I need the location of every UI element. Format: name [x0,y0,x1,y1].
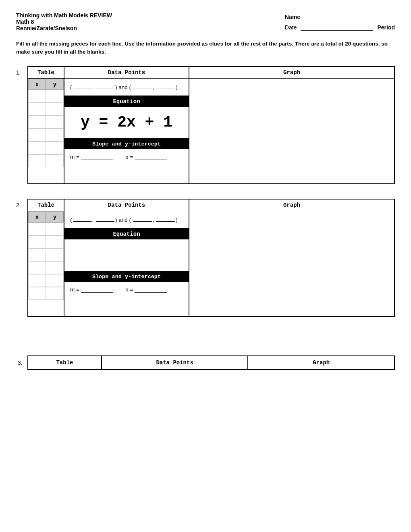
table-row [28,261,64,274]
problem-2-graph-label: Graph [189,200,394,211]
problem-2-box: Table x y Data Points (, ) and ( , [27,199,395,317]
table-cell[interactable] [28,287,46,300]
problem-2-graph-section: Graph [189,200,394,316]
table-cell[interactable] [28,129,46,141]
name-line: Name [285,14,395,20]
problem-1-data-points-label: Data Points [64,67,189,79]
dp1-y2[interactable] [156,83,175,89]
problem-1-number: 1. [16,69,24,76]
table-cell[interactable] [46,116,64,129]
dp1-x2[interactable] [133,83,152,89]
problem-3-data-points-label: Data Points [102,356,249,369]
period-label: Period [377,24,395,31]
problem-1-box: Table x y Data Points (, ) and ( , [27,66,395,184]
dp2-y1[interactable] [96,216,114,222]
dp2-x1[interactable] [73,216,91,222]
problem-1-b-field: b = [125,154,167,160]
title-line1: Thinking with Math Models REVIEW [16,12,112,19]
table-cell[interactable] [28,235,46,248]
table-cell[interactable] [46,129,64,141]
dp1-y1[interactable] [96,83,114,89]
problem-1-b-label: b = [125,154,133,160]
table-row [28,154,64,167]
problem-2-y-header: y [46,211,64,222]
problem-1-slope-label: Slope and y-intercept [64,139,189,149]
problem-1-middle: Data Points (, ) and ( , ) Equation y = … [64,67,189,183]
table-row [28,90,64,103]
table-cell[interactable] [46,235,64,248]
problem-3-box: Table Data Points Graph [27,355,395,370]
table-cell[interactable] [46,90,64,103]
problem-2-b-input[interactable] [135,287,167,293]
table-row [28,222,64,235]
table-cell[interactable] [46,154,64,167]
table-cell[interactable] [46,222,64,235]
table-cell[interactable] [28,222,46,235]
problem-1-equation-text: y = 2x + 1 [81,114,172,131]
table-row [28,141,64,154]
name-field[interactable] [303,14,383,20]
table-cell[interactable] [28,261,46,274]
problem-1-equation-content: y = 2x + 1 [64,107,189,139]
problem-2-graph-area[interactable] [189,211,394,316]
problem-2-b-field: b = [125,287,167,293]
date-field[interactable] [301,24,373,31]
problem-2-middle: Data Points (, ) and ( , ) Equation Slop… [64,200,189,316]
problem-2-table-section: Table x y [28,200,64,316]
table-cell[interactable] [28,103,46,116]
table-row [28,287,64,300]
title-line3: Rennie/Zarate/Snelson [16,25,112,31]
problem-1-extra-space [64,165,189,183]
header-divider [16,34,64,34]
dp2-y2[interactable] [156,216,175,222]
title-line2: Math 8 [16,19,112,25]
dp2-x2[interactable] [133,216,152,222]
problem-2-x-header: x [28,211,46,222]
problem-2-extra-space [64,298,189,316]
problem-1-table-section: Table x y [28,67,64,183]
spacer [16,331,395,355]
problem-1-slope-content: m = b = [64,149,189,165]
problem-1-m-input[interactable] [81,154,113,160]
problem-1-b-input[interactable] [135,154,167,160]
dp1-x1[interactable] [73,83,91,89]
table-cell[interactable] [28,141,46,154]
table-cell[interactable] [46,141,64,154]
problem-3-row: 3. Table Data Points Graph [16,355,395,370]
problem-2-slope-content: m = b = [64,282,189,298]
problem-2-equation-content[interactable] [64,239,189,272]
table-cell[interactable] [46,103,64,116]
problem-1-data-points-text: (, ) and ( , ) [70,83,178,90]
instructions: Fill in all the missing pieces for each … [16,40,395,56]
header-right: Name Date Period [285,12,395,31]
problem-1-xy-row: x y [28,79,64,90]
table-cell[interactable] [28,154,46,167]
problem-2-number: 2. [16,202,24,208]
table-cell[interactable] [28,274,46,287]
problem-1-m-field: m = [70,154,113,160]
problem-2-data-points-content: (, ) and ( , ) [64,211,189,229]
problem-3-number: 3. [16,356,24,369]
problem-1-table-label: Table [28,67,64,79]
table-cell[interactable] [46,274,64,287]
table-cell[interactable] [46,261,64,274]
table-cell[interactable] [46,287,64,300]
problem-1-m-label: m = [70,154,79,160]
problem-1-graph-area[interactable] [189,79,394,183]
problem-1-y-header: y [46,79,64,90]
table-cell[interactable] [28,90,46,103]
problem-3-graph-label: Graph [248,356,394,369]
table-cell[interactable] [46,248,64,261]
name-label: Name [285,14,300,20]
table-row [28,274,64,287]
table-cell[interactable] [28,248,46,261]
problem-2-table-label: Table [28,200,64,211]
table-row [28,248,64,261]
problem-2-m-label: m = [70,287,79,293]
problem-2-m-input[interactable] [81,287,113,293]
table-row [28,103,64,116]
table-cell[interactable] [28,116,46,129]
table-row [28,235,64,248]
problem-1-equation-label: Equation [64,96,189,107]
problem-3-table-label: Table [28,356,102,369]
